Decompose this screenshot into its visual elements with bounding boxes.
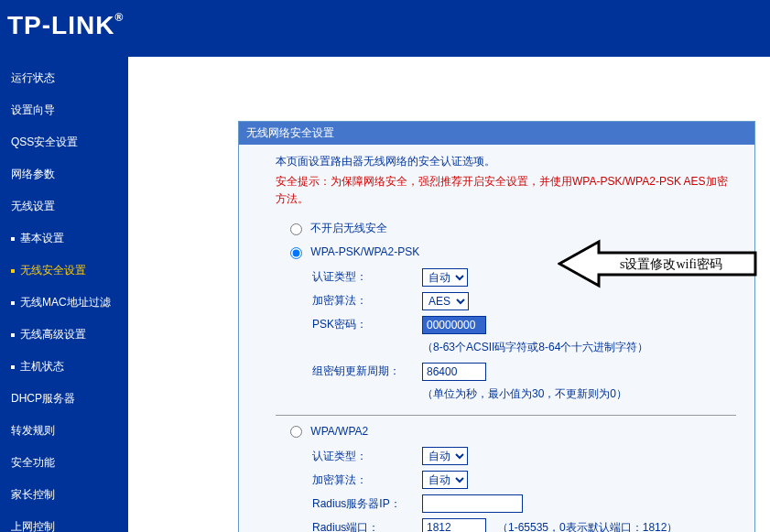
encryption-select[interactable]: AES: [422, 292, 469, 310]
group-key-hint: （单位为秒，最小值为30，不更新则为0）: [422, 386, 736, 402]
psk-hint: （8-63个ACSII码字符或8-64个十六进制字符）: [422, 340, 736, 355]
auth-type2-select[interactable]: 自动: [422, 447, 468, 465]
sidebar-item-forward[interactable]: 转发规则: [0, 415, 128, 447]
sidebar-sub-security[interactable]: 无线安全设置: [0, 255, 128, 287]
sidebar-item-status[interactable]: 运行状态: [0, 62, 128, 94]
auth-type-label: 认证类型：: [312, 269, 422, 285]
panel-title: 无线网络安全设置: [239, 122, 754, 145]
intro-text: 本页面设置路由器无线网络的安全认证选项。: [276, 154, 736, 169]
radius-ip-input[interactable]: [422, 494, 523, 513]
sidebar-sub-macfilter[interactable]: 无线MAC地址过滤: [0, 287, 128, 319]
radius-port-label: Radius端口：: [312, 520, 422, 532]
logo: TP-LINK®: [0, 0, 770, 40]
group-key-label: 组密钥更新周期：: [312, 364, 422, 379]
radio-none-input[interactable]: [290, 223, 302, 235]
radio-wpapsk[interactable]: WPA-PSK/WPA2-PSK: [290, 245, 736, 258]
radius-port-hint: （1-65535，0表示默认端口：1812）: [497, 520, 678, 532]
sidebar-item-access[interactable]: 上网控制: [0, 511, 128, 532]
auth-type-select[interactable]: 自动: [422, 268, 468, 287]
sidebar-sub-advanced[interactable]: 无线高级设置: [0, 319, 128, 351]
radius-port-input[interactable]: [422, 518, 486, 532]
sidebar-item-qss[interactable]: QSS安全设置: [0, 126, 128, 158]
auth-type2-label: 认证类型：: [312, 449, 422, 464]
settings-panel: 无线网络安全设置 本页面设置路由器无线网络的安全认证选项。 安全提示：为保障网络…: [238, 121, 755, 532]
sidebar-item-security[interactable]: 安全功能: [0, 447, 128, 479]
encryption-label: 加密算法：: [312, 293, 422, 309]
header: TP-LINK®: [0, 0, 770, 57]
psk-input[interactable]: [422, 316, 486, 334]
radius-ip-label: Radius服务器IP：: [312, 496, 422, 512]
sidebar: 运行状态 设置向导 QSS安全设置 网络参数 无线设置 基本设置 无线安全设置 …: [0, 57, 128, 532]
sidebar-item-wireless[interactable]: 无线设置: [0, 190, 128, 223]
encryption2-select[interactable]: 自动: [422, 471, 468, 489]
psk-label: PSK密码：: [312, 317, 422, 332]
warning-text: 安全提示：为保障网络安全，强烈推荐开启安全设置，并使用WPA-PSK/WPA2-…: [276, 173, 736, 208]
sidebar-sub-basic[interactable]: 基本设置: [0, 223, 128, 255]
sidebar-item-parental[interactable]: 家长控制: [0, 479, 128, 511]
sidebar-item-network[interactable]: 网络参数: [0, 158, 128, 190]
radio-wpa-input[interactable]: [290, 426, 302, 438]
separator: [276, 415, 736, 416]
sidebar-sub-hoststatus[interactable]: 主机状态: [0, 351, 128, 383]
radio-none[interactable]: 不开启无线安全: [290, 221, 736, 236]
sidebar-item-wizard[interactable]: 设置向导: [0, 94, 128, 126]
group-key-input[interactable]: [422, 363, 486, 381]
radio-wpapsk-input[interactable]: [290, 247, 302, 259]
sidebar-item-dhcp[interactable]: DHCP服务器: [0, 383, 128, 415]
radio-wpa[interactable]: WPA/WPA2: [290, 425, 736, 438]
encryption2-label: 加密算法：: [312, 472, 422, 488]
